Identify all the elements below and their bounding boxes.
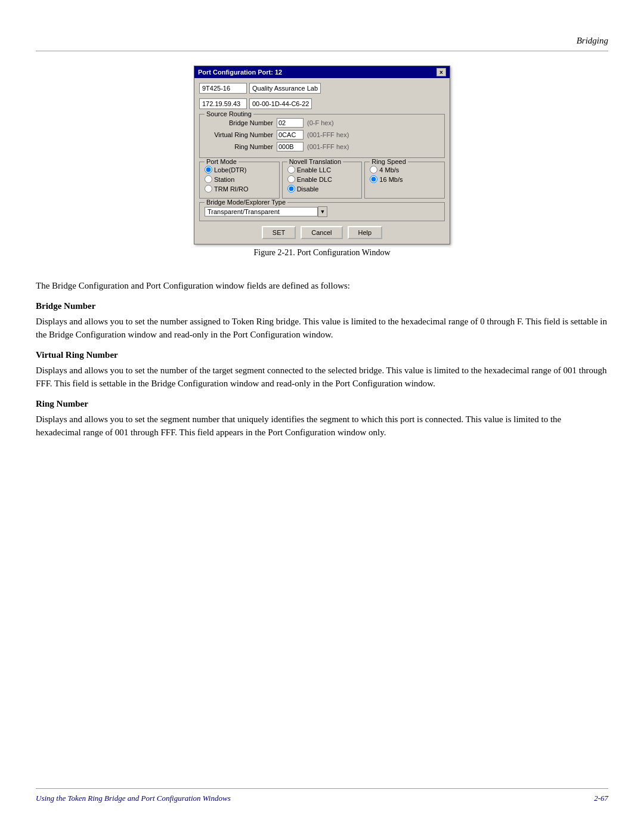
novell-dlc-label: Enable DLC: [297, 176, 332, 183]
help-button[interactable]: Help: [348, 226, 383, 239]
page-footer: Using the Token Ring Bridge and Port Con…: [36, 788, 608, 803]
port-mode-station-label: Station: [214, 176, 234, 183]
ring-speed-16-label: 16 Mb/s: [379, 176, 402, 183]
virtual-ring-heading: Virtual Ring Number: [36, 350, 608, 360]
body-intro: The Bridge Configuration and Port Config…: [36, 279, 608, 293]
three-groups-row: Port Mode Lobe(DTR) Station TRM RI/RO: [199, 162, 445, 199]
novell-llc-radio[interactable]: [287, 166, 295, 174]
bridge-mode-group: Bridge Mode/Explorer Type Transparent/Tr…: [199, 202, 445, 221]
novell-dlc: Enable DLC: [287, 175, 357, 183]
figure-caption: Figure 2-21. Port Configuration Window: [254, 248, 391, 258]
bridge-number-input[interactable]: [277, 118, 304, 128]
footer-right: 2-67: [594, 794, 608, 803]
ring-speed-16: 16 Mb/s: [370, 175, 439, 183]
port-mode-label: Port Mode: [205, 158, 239, 165]
virtual-ring-row: Virtual Ring Number (001-FFF hex): [205, 130, 439, 140]
dialog-body: 9T425-16 Quality Assurance Lab 172.19.59…: [194, 78, 450, 244]
bridge-number-hint: (0-F hex): [307, 119, 334, 126]
header-title: Bridging: [577, 36, 608, 45]
novell-disable-radio[interactable]: [287, 185, 295, 193]
top-divider: [36, 51, 608, 51]
ring-number-label: Ring Number: [205, 143, 273, 150]
info-cell-1: 9T425-16: [199, 83, 247, 94]
novell-disable: Disable: [287, 185, 357, 193]
dialog-titlebar: Port Configuration Port: 12 ×: [194, 66, 450, 78]
footer-left: Using the Token Ring Bridge and Port Con…: [36, 794, 231, 803]
bridge-number-row: Bridge Number (0-F hex): [205, 118, 439, 128]
bridge-mode-label: Bridge Mode/Explorer Type: [205, 199, 287, 206]
port-mode-group: Port Mode Lobe(DTR) Station TRM RI/RO: [199, 162, 280, 199]
virtual-ring-label: Virtual Ring Number: [205, 131, 273, 138]
buttons-row: SET Cancel Help: [199, 226, 445, 239]
dialog-title: Port Configuration Port: 12: [198, 69, 282, 76]
section-virtual-ring: Virtual Ring Number Displays and allows …: [36, 350, 608, 391]
section-bridge-number: Bridge Number Displays and allows you to…: [36, 301, 608, 342]
ring-speed-4-label: 4 Mb/s: [379, 166, 399, 174]
novell-disable-label: Disable: [297, 185, 319, 193]
port-mode-station: Station: [205, 175, 274, 183]
ring-number-heading: Ring Number: [36, 399, 608, 409]
ring-speed-16-radio[interactable]: [370, 175, 377, 183]
ring-number-row: Ring Number (001-FFF hex): [205, 142, 439, 151]
port-mode-trm: TRM RI/RO: [205, 185, 274, 193]
port-mode-trm-radio[interactable]: [205, 185, 212, 193]
bridge-mode-select-container: Transparent/Transparent ▼: [205, 206, 327, 217]
info-cell-3: 172.19.59.43: [199, 98, 247, 109]
cancel-button[interactable]: Cancel: [301, 226, 342, 239]
port-mode-trm-label: TRM RI/RO: [214, 185, 248, 193]
ring-number-text: Displays and allows you to set the segme…: [36, 413, 608, 439]
virtual-ring-input[interactable]: [277, 130, 304, 140]
main-content: Port Configuration Port: 12 × 9T425-16 Q…: [36, 66, 608, 448]
info-row-2: 172.19.59.43 00-00-1D-44-C6-22: [199, 98, 445, 109]
novell-llc-label: Enable LLC: [297, 166, 332, 174]
ring-speed-4: 4 Mb/s: [370, 166, 439, 174]
novell-llc: Enable LLC: [287, 166, 357, 174]
ring-speed-group: Ring Speed 4 Mb/s 16 Mb/s: [364, 162, 445, 199]
bridge-number-label: Bridge Number: [205, 119, 273, 126]
port-mode-lobe-label: Lobe(DTR): [214, 166, 246, 174]
bridge-mode-row: Transparent/Transparent ▼: [205, 206, 439, 217]
virtual-ring-hint: (001-FFF hex): [307, 131, 349, 138]
bridge-mode-dropdown-arrow[interactable]: ▼: [318, 206, 327, 217]
bridge-mode-select[interactable]: Transparent/Transparent: [205, 207, 318, 216]
ring-number-input[interactable]: [277, 142, 304, 151]
novell-group: Novell Translation Enable LLC Enable DLC…: [282, 162, 363, 199]
source-routing-group: Source Routing Bridge Number (0-F hex) V…: [199, 114, 445, 158]
dialog-close-button[interactable]: ×: [436, 68, 446, 76]
set-button[interactable]: SET: [262, 226, 296, 239]
port-mode-lobe-radio[interactable]: [205, 166, 212, 174]
port-config-dialog: Port Configuration Port: 12 × 9T425-16 Q…: [194, 66, 450, 244]
dialog-wrapper: Port Configuration Port: 12 × 9T425-16 Q…: [36, 66, 608, 270]
port-mode-station-radio[interactable]: [205, 175, 212, 183]
bridge-number-text: Displays and allows you to set the numbe…: [36, 315, 608, 342]
novell-dlc-radio[interactable]: [287, 175, 295, 183]
bridge-number-heading: Bridge Number: [36, 301, 608, 311]
novell-label: Novell Translation: [287, 158, 343, 165]
port-mode-lobe: Lobe(DTR): [205, 166, 274, 174]
source-routing-label: Source Routing: [205, 110, 253, 117]
ring-number-hint: (001-FFF hex): [307, 143, 349, 150]
virtual-ring-text: Displays and allows you to set the numbe…: [36, 364, 608, 391]
ring-speed-label: Ring Speed: [370, 158, 408, 165]
ring-speed-4-radio[interactable]: [370, 166, 377, 174]
section-ring-number: Ring Number Displays and allows you to s…: [36, 399, 608, 439]
info-cell-2: Quality Assurance Lab: [249, 83, 321, 94]
page-header: Bridging: [577, 36, 608, 46]
info-cell-4: 00-00-1D-44-C6-22: [249, 98, 312, 109]
info-row: 9T425-16 Quality Assurance Lab: [199, 83, 445, 94]
